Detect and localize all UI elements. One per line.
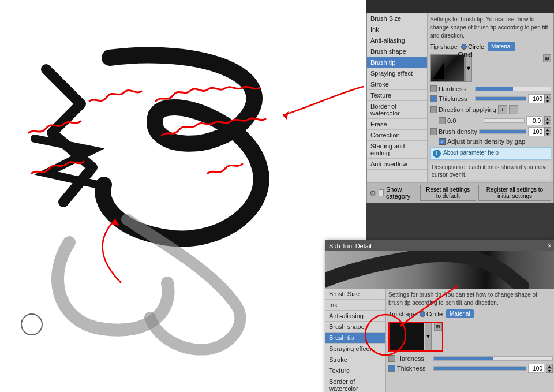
sidebar-item-spraying-effect[interactable]: Spraying effect <box>367 68 427 79</box>
sub-circle-radio[interactable]: Circle <box>420 311 443 318</box>
sidebar-item-ink[interactable]: Ink <box>367 24 427 35</box>
svg-marker-0 <box>283 111 289 120</box>
adjust-label: Adjust brush density by gap <box>447 138 525 145</box>
density-up[interactable]: ▲ <box>544 127 551 132</box>
circle-radio[interactable]: Circle <box>461 43 484 50</box>
brush-density-value[interactable] <box>528 127 544 136</box>
thickness-toggle[interactable] <box>430 95 437 102</box>
circle-label: Circle <box>468 43 484 50</box>
sub-panel: Sub Tool Detail × Brush Size Ink Anti-al… <box>325 240 554 392</box>
density-down[interactable]: ▼ <box>544 132 551 136</box>
sub-panel-title: Sub Tool Detail <box>329 242 372 249</box>
direction-down[interactable]: ▼ <box>544 121 551 125</box>
sub-sidebar-brush-size[interactable]: Brush Size <box>325 289 385 300</box>
show-category-checkbox[interactable] <box>379 189 384 196</box>
brush-density-slider[interactable] <box>479 129 526 134</box>
direction-up[interactable]: ▲ <box>544 116 551 121</box>
material-button[interactable]: Material <box>488 42 515 51</box>
ond-label: Ond <box>458 50 473 59</box>
sub-preview-corner-btn[interactable]: ⊞ <box>434 323 442 331</box>
gear-icon[interactable]: ⚙ <box>369 189 376 197</box>
sub-panel-close[interactable]: × <box>547 241 552 250</box>
register-button[interactable]: Register all settings to initial setting… <box>478 185 551 201</box>
panel-section-list: Brush Size Ink Anti-aliasing Brush shape… <box>367 13 428 182</box>
direction-plus-btn[interactable]: + <box>498 105 507 114</box>
sub-hardness-toggle[interactable] <box>388 355 395 362</box>
svg-point-2 <box>21 314 42 335</box>
brush-density-label: Brush density <box>439 128 477 135</box>
sidebar-item-erase[interactable]: Erase <box>367 119 427 130</box>
sub-sidebar-brush-shape[interactable]: Brush shape <box>325 322 385 333</box>
main-panel: Brush Size Ink Anti-aliasing Brush shape… <box>366 13 554 203</box>
sub-thickness-down[interactable]: ▼ <box>546 368 553 373</box>
sub-tip-shape-label: Tip shape <box>388 311 416 318</box>
sub-sidebar-ink[interactable]: Ink <box>325 300 385 311</box>
sub-hardness-slider[interactable] <box>433 356 553 361</box>
tip-shape-label: Tip shape <box>430 43 458 50</box>
thickness-down[interactable]: ▼ <box>544 99 551 103</box>
hardness-label: Hardness <box>439 85 473 92</box>
sub-sidebar-border-watercolor[interactable]: Border of watercolor <box>325 376 385 392</box>
direction-number[interactable] <box>526 116 542 125</box>
thickness-up[interactable]: ▲ <box>544 94 551 99</box>
sub-sidebar-stroke[interactable]: Stroke <box>325 354 385 365</box>
preview-corner-btn[interactable]: ⊞ <box>543 54 551 62</box>
sub-panel-section-list: Brush Size Ink Anti-aliasing Brush shape… <box>325 289 386 392</box>
reset-button[interactable]: Reset all settings to default <box>420 185 476 201</box>
canvas-svg <box>0 0 366 392</box>
sidebar-item-brush-size[interactable]: Brush Size <box>367 13 427 24</box>
sidebar-item-brush-tip[interactable]: Brush tip <box>367 57 427 68</box>
sub-circle-label: Circle <box>426 311 443 318</box>
sidebar-item-border-watercolor[interactable]: Border of watercolor <box>367 101 427 119</box>
info-box: i About parameter help <box>430 147 551 160</box>
sub-thickness-label: Thickness <box>397 365 432 372</box>
sub-sidebar-spraying-effect[interactable]: Spraying effect <box>325 344 385 354</box>
thickness-value[interactable] <box>528 94 544 103</box>
direction-label: Direction of applying <box>439 106 496 113</box>
thickness-label: Thickness <box>439 95 473 102</box>
sub-thickness-value[interactable] <box>528 364 544 373</box>
sub-brush-preview-dropdown[interactable]: ▼ <box>425 323 432 350</box>
sub-material-button[interactable]: Material <box>446 309 474 318</box>
description-text: Description of each item is shown if you… <box>430 162 551 180</box>
thickness-slider[interactable] <box>475 96 526 101</box>
sub-thickness-slider[interactable] <box>433 366 526 371</box>
direction-toggle2[interactable] <box>439 117 446 124</box>
sub-hardness-label: Hardness <box>397 355 432 362</box>
canvas-area <box>0 0 366 392</box>
sidebar-item-anti-aliasing[interactable]: Anti-aliasing <box>367 35 427 46</box>
sub-sidebar-texture[interactable]: Texture <box>325 365 385 376</box>
svg-marker-1 <box>112 219 119 226</box>
sidebar-item-correction[interactable]: Correction <box>367 130 427 141</box>
sidebar-item-stroke[interactable]: Stroke <box>367 79 427 90</box>
sub-sidebar-anti-aliasing[interactable]: Anti-aliasing <box>325 311 385 322</box>
direction-toggle[interactable] <box>430 106 437 113</box>
direction-value-label: 0.0 <box>447 117 482 124</box>
sub-panel-preview <box>325 251 554 289</box>
hardness-slider[interactable] <box>475 87 551 91</box>
info-icon: i <box>433 150 441 158</box>
sub-panel-description: Settings for brush tip. You can set how … <box>388 291 553 307</box>
sub-brush-preview <box>390 323 424 350</box>
sidebar-item-texture[interactable]: Texture <box>367 90 427 101</box>
show-category-label: Show category <box>386 186 415 200</box>
sub-thickness-toggle[interactable] <box>388 365 395 372</box>
sub-panel-header: Sub Tool Detail × <box>325 240 554 251</box>
info-title: About parameter help <box>443 150 499 156</box>
hardness-toggle[interactable] <box>430 85 437 92</box>
panel-description: Settings for brush tip. You can set how … <box>430 16 551 40</box>
sidebar-item-anti-overflow[interactable]: Anti-overflow <box>367 159 427 170</box>
sidebar-item-starting-ending[interactable]: Starting and ending <box>367 141 427 159</box>
direction-minus-btn[interactable]: − <box>509 105 518 114</box>
sub-sidebar-brush-tip[interactable]: Brush tip <box>325 333 385 344</box>
direction-slider[interactable] <box>484 118 525 123</box>
brush-density-toggle[interactable] <box>430 128 437 135</box>
adjust-checkbox[interactable]: ✓ <box>439 138 446 145</box>
sidebar-item-brush-shape[interactable]: Brush shape <box>367 46 427 57</box>
sub-thickness-up[interactable]: ▲ <box>546 364 553 368</box>
